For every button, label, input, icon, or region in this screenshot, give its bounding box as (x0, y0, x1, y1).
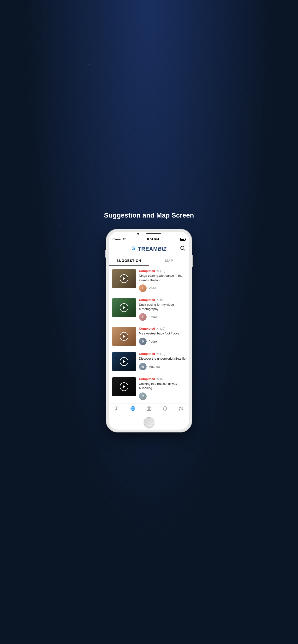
home-button[interactable] (144, 417, 154, 428)
svg-point-23 (148, 408, 150, 410)
status-row-4: Completed (10) (139, 352, 186, 356)
camera-icon (146, 406, 152, 412)
viewer-count-5: (6) (157, 377, 164, 381)
feed-thumbnail-3 (112, 327, 136, 346)
feed-list: Completed (10) Ninga training with dance… (109, 266, 189, 403)
feed-title-4: Discover the underworld #Sea life (139, 356, 186, 361)
globe-icon (130, 406, 135, 412)
avatar-placeholder-1: I (139, 284, 146, 292)
page-title: Suggestion and Map Screen (104, 212, 194, 219)
count-value-3: (10) (160, 327, 165, 330)
author-name-1: Ichae (148, 286, 156, 290)
nav-item-globe[interactable] (125, 406, 141, 412)
svg-marker-5 (123, 306, 125, 309)
count-value-4: (10) (160, 352, 165, 356)
status-bar: Carrier 8:51 PM (109, 236, 189, 242)
phone-frame: Carrier 8:51 PM (106, 229, 192, 432)
svg-point-4 (158, 270, 159, 271)
play-button-5[interactable] (120, 382, 128, 391)
feed-thumbnail-2 (112, 298, 136, 317)
play-button-1[interactable] (120, 274, 128, 283)
nav-item-bell[interactable] (157, 406, 173, 412)
app-screen: S TREAM BIZ SUGGESTIO (109, 242, 189, 414)
avatar-placeholder-2: E (139, 313, 146, 321)
svg-rect-14 (115, 408, 119, 408)
nav-item-camera[interactable] (141, 406, 157, 412)
feed-item-5[interactable]: Completed (6) Cooking in a traditional w… (109, 374, 189, 403)
avatar-placeholder-5: C (139, 392, 146, 400)
play-button-4[interactable] (120, 357, 128, 366)
svg-rect-15 (115, 409, 117, 410)
svg-point-12 (158, 378, 159, 379)
status-row-3: Completed (10) (139, 327, 186, 330)
feed-item-4[interactable]: Completed (10) Discover the underworld #… (109, 349, 189, 374)
feed-author-2: E Emma (139, 313, 186, 321)
play-button-3[interactable] (120, 332, 128, 341)
logo-biz-text: BIZ (158, 246, 166, 252)
feed-title-3: My sweetest baby foot #Love (139, 331, 186, 336)
status-row-2: Completed (6) (139, 298, 186, 302)
feed-item-3[interactable]: Completed (10) My sweetest baby foot #Lo… (109, 324, 189, 349)
status-label-1: Completed (139, 269, 155, 273)
status-row-5: Completed (6) (139, 377, 186, 381)
author-avatar-1: I (139, 284, 146, 292)
play-button-2[interactable] (120, 303, 128, 312)
svg-marker-9 (123, 360, 125, 363)
time-display: 8:51 PM (147, 238, 159, 241)
count-value-5: (6) (160, 377, 164, 381)
status-row-1: Completed (10) (139, 269, 186, 273)
tab-map[interactable]: MAP (149, 256, 189, 266)
avatar-placeholder-4: M (139, 363, 146, 370)
svg-point-6 (158, 299, 159, 300)
logo-stream-text: TREAM (138, 246, 158, 252)
feed-content-4: Completed (10) Discover the underworld #… (139, 352, 186, 370)
feed-item-1[interactable]: Completed (10) Ninga training with dance… (109, 266, 189, 295)
carrier-info: Carrier (112, 238, 126, 241)
author-avatar-3: P (139, 338, 146, 345)
svg-rect-22 (147, 407, 151, 410)
feed-author-5: C (139, 392, 186, 400)
app-logo: S TREAM BIZ (132, 245, 167, 253)
author-name-2: Emma (148, 315, 158, 319)
svg-point-10 (158, 353, 159, 354)
battery-icon (180, 238, 186, 241)
feed-thumbnail-4 (112, 352, 136, 371)
avatar-placeholder-3: P (139, 338, 146, 345)
status-label-3: Completed (139, 327, 155, 330)
status-label-2: Completed (139, 298, 155, 302)
svg-text:S: S (132, 245, 135, 251)
speaker-bar (146, 233, 161, 234)
home-button-area (109, 414, 189, 430)
svg-line-2 (184, 249, 185, 250)
bell-icon (163, 406, 168, 412)
author-avatar-5: C (139, 392, 146, 400)
tab-suggestion[interactable]: SUGGESTION (109, 256, 149, 266)
svg-point-8 (158, 328, 159, 329)
nav-item-people[interactable] (173, 406, 189, 412)
carrier-label: Carrier (112, 238, 121, 241)
status-label-5: Completed (139, 377, 155, 381)
wifi-icon (122, 238, 126, 241)
feed-content-2: Completed (6) Duck posing for my video #… (139, 298, 186, 321)
feed-author-4: M Matthew (139, 363, 186, 370)
feed-author-3: P Pedro (139, 338, 186, 345)
logo-icon: S (132, 245, 138, 253)
feed-item-2[interactable]: Completed (6) Duck posing for my video #… (109, 295, 189, 324)
tab-bar: SUGGESTION MAP (109, 256, 189, 266)
feed-content-5: Completed (6) Cooking in a traditional w… (139, 377, 186, 400)
feed-title-2: Duck posing for my video #Photography (139, 302, 186, 311)
side-button-left (105, 250, 106, 258)
people-icon (179, 406, 184, 412)
author-avatar-2: E (139, 313, 146, 321)
author-name-4: Matthew (148, 365, 160, 368)
feed-content-1: Completed (10) Ninga training with dance… (139, 269, 186, 292)
feed-author-1: I Ichae (139, 284, 186, 292)
count-value-2: (6) (160, 298, 164, 302)
viewer-count-4: (10) (157, 352, 165, 356)
author-avatar-4: M (139, 363, 146, 370)
status-label-4: Completed (139, 352, 155, 356)
search-button[interactable] (180, 246, 186, 252)
svg-marker-11 (123, 385, 125, 388)
nav-item-feed[interactable] (109, 406, 125, 412)
app-header: S TREAM BIZ (109, 242, 189, 256)
